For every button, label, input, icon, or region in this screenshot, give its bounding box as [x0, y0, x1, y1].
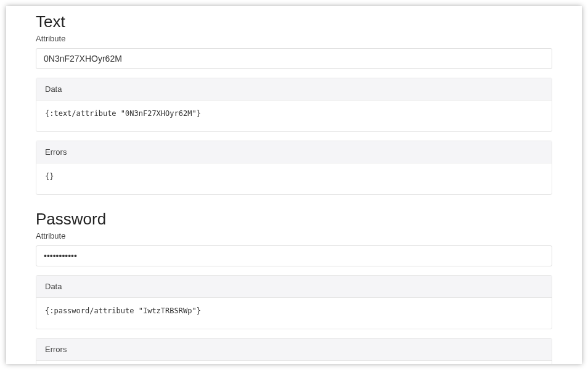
password-attribute-input[interactable]	[36, 245, 552, 266]
text-errors-panel-header: Errors	[36, 141, 552, 163]
text-section: Text Attribute Data {:text/attribute "0N…	[36, 12, 552, 195]
text-errors-panel-body: {}	[36, 163, 552, 194]
page: Text Attribute Data {:text/attribute "0N…	[6, 6, 582, 364]
password-data-panel-body: {:password/attribute "IwtzTRBSRWp"}	[36, 298, 552, 329]
password-errors-panel-header: Errors	[36, 339, 552, 361]
text-attribute-label: Attribute	[36, 34, 552, 43]
password-attribute-label: Attribute	[36, 231, 552, 240]
text-attribute-input[interactable]	[36, 48, 552, 69]
password-data-panel: Data {:password/attribute "IwtzTRBSRWp"}	[36, 275, 552, 329]
text-data-panel-header: Data	[36, 78, 552, 101]
password-data-panel-header: Data	[36, 276, 552, 298]
password-errors-panel-body	[36, 361, 552, 364]
password-section: Password Attribute Data {:password/attri…	[36, 210, 552, 364]
password-errors-panel: Errors	[36, 338, 552, 364]
text-data-panel: Data {:text/attribute "0N3nF27XHOyr62M"}	[36, 78, 552, 132]
text-data-panel-body: {:text/attribute "0N3nF27XHOyr62M"}	[36, 101, 552, 131]
password-section-title: Password	[36, 210, 552, 229]
text-errors-panel: Errors {}	[36, 141, 552, 195]
text-section-title: Text	[36, 12, 552, 31]
